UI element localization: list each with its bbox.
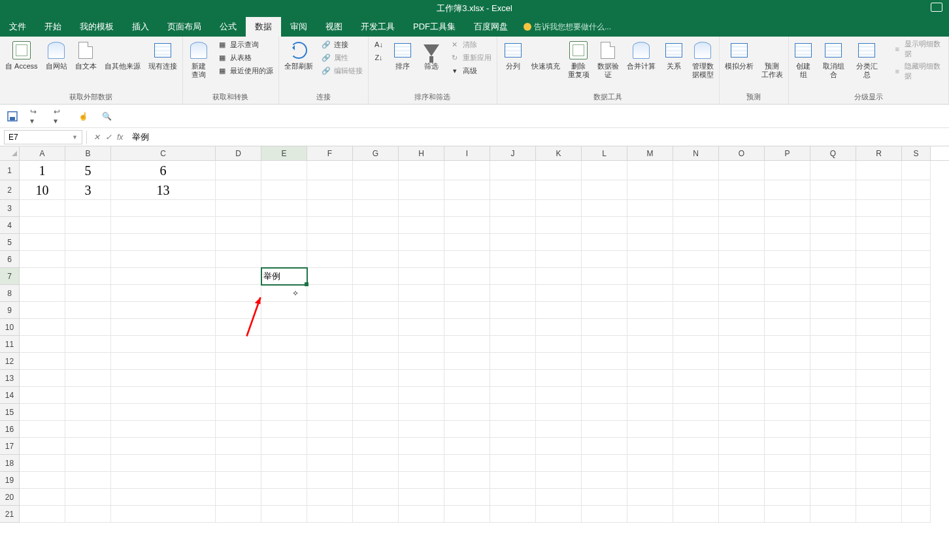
cell-Q18[interactable]	[810, 455, 856, 472]
cell-D16[interactable]	[216, 421, 261, 438]
cell-J11[interactable]	[490, 336, 536, 353]
col-header-I[interactable]: I	[444, 146, 490, 160]
cell-O4[interactable]	[719, 217, 765, 234]
btn-创建组[interactable]: 创建组	[791, 39, 816, 80]
cell-D4[interactable]	[216, 217, 261, 234]
btn-自网站[interactable]: 自网站	[43, 39, 70, 72]
cell-H12[interactable]	[399, 353, 444, 370]
cell-K20[interactable]	[536, 489, 582, 506]
cell-R10[interactable]	[856, 319, 902, 336]
cell-C19[interactable]	[111, 472, 216, 489]
cell-O14[interactable]	[719, 387, 765, 404]
cell-C17[interactable]	[111, 438, 216, 455]
cell-Q4[interactable]	[810, 217, 856, 234]
cell-I15[interactable]	[444, 404, 490, 421]
btn-删除重复项[interactable]: 删除 重复项	[565, 39, 592, 80]
cell-O3[interactable]	[719, 200, 765, 217]
cell-E10[interactable]	[261, 319, 307, 336]
cell-Q7[interactable]	[810, 268, 856, 285]
cell-H16[interactable]	[399, 421, 444, 438]
cell-H8[interactable]	[399, 285, 444, 302]
cell-K6[interactable]	[536, 251, 582, 268]
cell-M12[interactable]	[627, 353, 673, 370]
cell-R14[interactable]	[856, 387, 902, 404]
cell-Q3[interactable]	[810, 200, 856, 217]
cell-I16[interactable]	[444, 421, 490, 438]
cell-Q5[interactable]	[810, 234, 856, 251]
cell-R8[interactable]	[856, 285, 902, 302]
cell-D11[interactable]	[216, 336, 261, 353]
refresh-all-button[interactable]: 全部刷新	[282, 39, 316, 72]
cell-E3[interactable]	[261, 200, 307, 217]
cell-C1[interactable]: 6	[111, 161, 216, 180]
cell-A14[interactable]	[20, 387, 65, 404]
cell-B9[interactable]	[65, 302, 111, 319]
cell-C3[interactable]	[111, 200, 216, 217]
cell-S7[interactable]	[902, 268, 931, 285]
col-header-H[interactable]: H	[399, 146, 444, 160]
col-header-J[interactable]: J	[490, 146, 536, 160]
cell-B20[interactable]	[65, 489, 111, 506]
tab-公式[interactable]: 公式	[210, 17, 246, 37]
cell-H15[interactable]	[399, 404, 444, 421]
cell-H10[interactable]	[399, 319, 444, 336]
cell-I13[interactable]	[444, 370, 490, 387]
cell-Q6[interactable]	[810, 251, 856, 268]
cell-F18[interactable]	[307, 455, 353, 472]
cell-P14[interactable]	[765, 387, 810, 404]
btn-现有连接[interactable]: 现有连接	[146, 39, 180, 72]
col-header-O[interactable]: O	[719, 146, 765, 160]
cell-L16[interactable]	[582, 421, 627, 438]
tab-文件[interactable]: 文件	[0, 17, 35, 37]
cell-G6[interactable]	[353, 251, 399, 268]
cell-B2[interactable]: 3	[65, 180, 111, 200]
cell-O16[interactable]	[719, 421, 765, 438]
btn-自其他来源[interactable]: 自其他来源	[102, 39, 143, 72]
cell-G18[interactable]	[353, 455, 399, 472]
btn-连接[interactable]: 🔗连接	[318, 39, 365, 50]
tab-审阅[interactable]: 审阅	[281, 17, 316, 37]
cell-I17[interactable]	[444, 438, 490, 455]
cell-Q17[interactable]	[810, 438, 856, 455]
cell-L11[interactable]	[582, 336, 627, 353]
cell-O15[interactable]	[719, 404, 765, 421]
cell-M10[interactable]	[627, 319, 673, 336]
cell-A10[interactable]	[20, 319, 65, 336]
cell-G20[interactable]	[353, 489, 399, 506]
cell-P2[interactable]	[765, 180, 810, 200]
cell-N3[interactable]	[673, 200, 719, 217]
cell-E21[interactable]	[261, 506, 307, 523]
cell-G11[interactable]	[353, 336, 399, 353]
cell-S21[interactable]	[902, 506, 931, 523]
cell-S18[interactable]	[902, 455, 931, 472]
cell-R4[interactable]	[856, 217, 902, 234]
cell-O18[interactable]	[719, 455, 765, 472]
cell-J7[interactable]	[490, 268, 536, 285]
cell-H9[interactable]	[399, 302, 444, 319]
cell-H20[interactable]	[399, 489, 444, 506]
cell-G19[interactable]	[353, 472, 399, 489]
cell-Q13[interactable]	[810, 370, 856, 387]
undo-button[interactable]: ↩ ▾	[54, 110, 65, 122]
cell-P6[interactable]	[765, 251, 810, 268]
cell-P15[interactable]	[765, 404, 810, 421]
cell-B1[interactable]: 5	[65, 161, 111, 180]
cell-H7[interactable]	[399, 268, 444, 285]
btn-合并计算[interactable]: 合并计算	[624, 39, 658, 72]
cell-N15[interactable]	[673, 404, 719, 421]
cell-E8[interactable]	[261, 285, 307, 302]
row-header-6[interactable]: 6	[0, 251, 20, 268]
restore-icon[interactable]	[931, 3, 942, 12]
cell-B18[interactable]	[65, 455, 111, 472]
row-header-1[interactable]: 1	[0, 161, 20, 180]
btn-自文本[interactable]: 自文本	[73, 39, 99, 72]
cell-B8[interactable]	[65, 285, 111, 302]
print-preview-button[interactable]: 🔍	[101, 110, 112, 122]
cell-L21[interactable]	[582, 506, 627, 523]
cell-N1[interactable]	[673, 161, 719, 180]
new-query-button[interactable]: 新建 查询	[186, 39, 212, 80]
cell-P12[interactable]	[765, 353, 810, 370]
tab-数据[interactable]: 数据	[246, 17, 281, 37]
cell-B11[interactable]	[65, 336, 111, 353]
cell-J21[interactable]	[490, 506, 536, 523]
